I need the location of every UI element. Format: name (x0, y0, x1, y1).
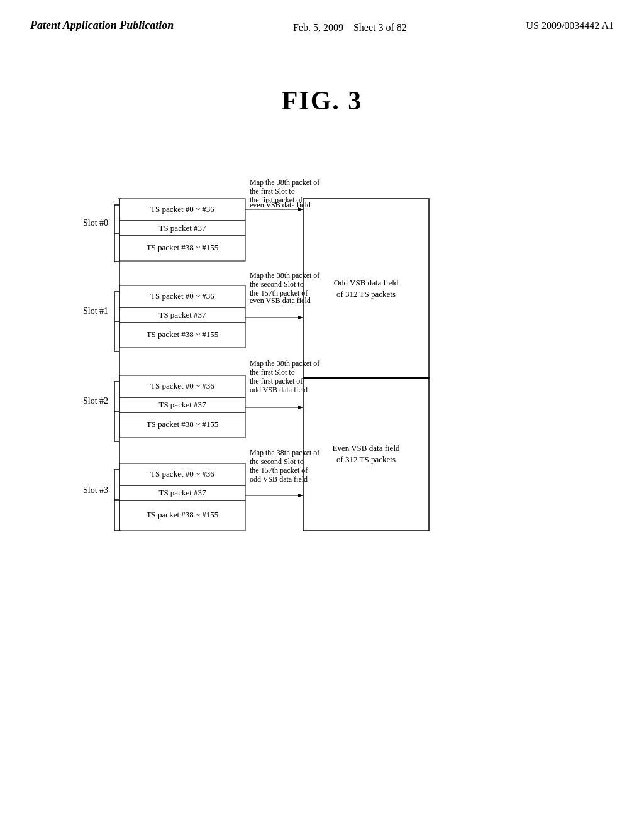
page-header: Patent Application Publication Feb. 5, 2… (0, 0, 644, 35)
ann2-line2: the second Slot to (250, 280, 304, 289)
ann3-line3: the first packet of (250, 377, 303, 385)
ann4-line4: odd VSB data field (250, 475, 308, 484)
slot1-row1: TS packet #37 (158, 310, 206, 319)
date-sheet-info: Feb. 5, 2009 Sheet 3 of 82 (293, 18, 407, 35)
slot3-row1: TS packet #37 (158, 488, 206, 497)
ann3-line4: odd VSB data field (250, 385, 308, 394)
patent-number: US 2009/0034442 A1 (526, 18, 614, 31)
ann4-line3: the 157th packet of (250, 466, 308, 475)
ann1-line1: Map the 38th packet of (250, 178, 319, 187)
slot3-label: Slot #3 (83, 485, 108, 495)
odd-vsb-label1: Odd VSB data field (334, 278, 399, 287)
slot2-row1: TS packet #37 (158, 400, 206, 409)
slot3-row2: TS packet #38 ~ #155 (147, 510, 219, 519)
slot1-row2: TS packet #38 ~ #155 (147, 329, 219, 339)
slot1-row0: TS packet #0 ~ #36 (150, 291, 214, 301)
ann2-line1: Map the 38th packet of (250, 271, 319, 280)
slot0-row2: TS packet #38 ~ #155 (147, 243, 219, 252)
slot2-row0: TS packet #0 ~ #36 (150, 381, 214, 390)
slot0-row1: TS packet #37 (158, 223, 206, 233)
diagram-area: Slot #0 TS packet #0 ~ #36 TS packet #37… (38, 166, 619, 606)
sheet-info: Sheet 3 of 82 (353, 22, 407, 33)
diagram-svg: Slot #0 TS packet #0 ~ #36 TS packet #37… (45, 166, 611, 606)
slot1-label: Slot #1 (83, 306, 108, 316)
ann4-line2: the second Slot to (250, 457, 304, 466)
slot3-row0: TS packet #0 ~ #36 (150, 469, 214, 479)
ann1-line2: the first Slot to (250, 187, 295, 196)
slot0-row0: TS packet #0 ~ #36 (150, 204, 214, 214)
ann4-line1: Map the 38th packet of (250, 448, 319, 457)
slot2-label: Slot #2 (83, 396, 108, 406)
even-vsb-label2: of 312 TS packets (336, 455, 396, 464)
odd-vsb-label2: of 312 TS packets (336, 289, 396, 299)
even-vsb-label1: Even VSB data field (333, 443, 400, 453)
slot0-label: Slot #0 (83, 218, 108, 228)
publication-label: Patent Application Publication (30, 18, 174, 33)
ann3-line2: the first Slot to (250, 368, 295, 377)
ann3-line1: Map the 38th packet of (250, 359, 319, 368)
slot2-row2: TS packet #38 ~ #155 (147, 419, 219, 429)
svg-rect-35 (303, 199, 429, 378)
publication-date: Feb. 5, 2009 (293, 22, 343, 33)
figure-title: FIG. 3 (0, 86, 644, 116)
ann2-line4: even VSB data field (250, 296, 311, 305)
ann1-line4: even VSB data field (250, 201, 311, 209)
